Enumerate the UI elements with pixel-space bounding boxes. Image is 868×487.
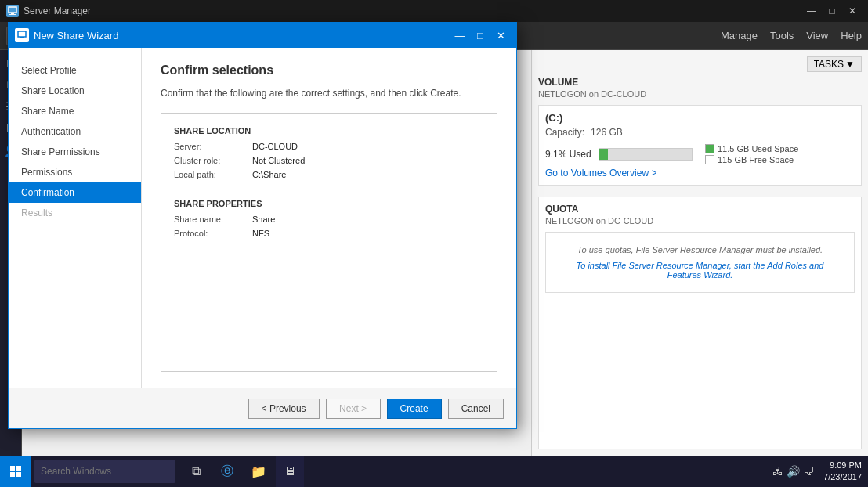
conf-cluster-label: Cluster role: xyxy=(174,156,252,165)
conf-sharename-label: Share name: xyxy=(174,215,252,224)
wizard-win-controls: — □ ✕ xyxy=(450,26,510,45)
volume-title: VOLUME xyxy=(538,77,862,88)
go-to-volumes-link[interactable]: Go to Volumes Overview > xyxy=(545,168,656,179)
conf-path-row: Local path: C:\Share xyxy=(174,170,484,179)
sm-tools-menu[interactable]: Tools xyxy=(770,30,794,41)
sm-app-icon xyxy=(6,5,19,17)
quota-install-link[interactable]: To install File Server Resource Manager,… xyxy=(559,261,841,280)
usage-bar-track xyxy=(599,148,693,161)
svg-rect-7 xyxy=(10,472,15,477)
taskbar: ⧉ ⓔ 📁 🖥 🖧 🔊 🗨 9:09 PM 7/23/2017 xyxy=(0,456,868,487)
volume-icon: 🔊 xyxy=(787,465,800,478)
svg-rect-6 xyxy=(16,466,21,471)
capacity-row: Capacity: 126 GB xyxy=(545,127,855,138)
sm-close-btn[interactable]: ✕ xyxy=(843,3,862,19)
wizard-nav-share-name[interactable]: Share Name xyxy=(9,101,141,121)
taskbar-clock[interactable]: 9:09 PM 7/23/2017 xyxy=(823,460,862,484)
conf-sharename-value: Share xyxy=(252,215,275,224)
taskbar-server-manager-icon[interactable]: 🖥 xyxy=(276,456,304,487)
wizard-titlebar: New Share Wizard — □ ✕ xyxy=(9,23,516,48)
conf-server-value: DC-CLOUD xyxy=(252,142,298,151)
tasks-label: TASKS xyxy=(814,59,844,70)
sm-right-panel: TASKS ▼ VOLUME NETLOGON on DC-CLOUD (C:)… xyxy=(531,50,868,456)
wizard-nav-permissions[interactable]: Permissions xyxy=(9,162,141,182)
quota-section: QUOTA NETLOGON on DC-CLOUD To use quotas… xyxy=(538,197,862,449)
wizard-title: New Share Wizard xyxy=(34,30,446,41)
volume-subtitle: NETLOGON on DC-CLOUD xyxy=(538,89,862,99)
start-button[interactable] xyxy=(0,456,31,487)
svg-rect-2 xyxy=(9,14,16,15)
wizard-close-btn[interactable]: ✕ xyxy=(491,26,510,45)
svg-rect-8 xyxy=(16,472,21,477)
wizard-minimize-btn[interactable]: — xyxy=(450,26,469,45)
wizard-title-icon xyxy=(15,28,29,42)
quota-title: QUOTA xyxy=(545,204,855,215)
conf-server-row: Server: DC-CLOUD xyxy=(174,142,484,151)
wizard-dialog: New Share Wizard — □ ✕ Select Profile Sh… xyxy=(8,22,517,429)
quota-subtitle: NETLOGON on DC-CLOUD xyxy=(545,216,855,225)
conf-path-label: Local path: xyxy=(174,170,252,179)
sm-toolbar-menu: Manage Tools View Help xyxy=(721,30,862,41)
taskbar-time-display: 9:09 PM xyxy=(823,460,862,471)
wizard-nav-confirmation[interactable]: Confirmation xyxy=(9,182,141,203)
taskbar-right: 🖧 🔊 🗨 9:09 PM 7/23/2017 xyxy=(772,460,868,484)
conf-divider xyxy=(174,189,484,189)
conf-cluster-value: Not Clustered xyxy=(252,156,305,165)
wizard-nav-share-permissions[interactable]: Share Permissions xyxy=(9,142,141,162)
create-button[interactable]: Create xyxy=(387,399,442,419)
wizard-body: Select Profile Share Location Share Name… xyxy=(9,48,516,388)
conf-server-label: Server: xyxy=(174,142,252,151)
sm-window-controls: — □ ✕ xyxy=(802,3,862,19)
taskbar-search-input[interactable] xyxy=(34,460,175,483)
used-space-label: 11.5 GB Used Space xyxy=(718,144,798,153)
usage-bar-fill xyxy=(599,149,608,160)
wizard-nav-results: Results xyxy=(9,203,141,223)
taskbar-task-view-btn[interactable]: ⧉ xyxy=(182,456,210,487)
wizard-nav-share-location[interactable]: Share Location xyxy=(9,81,141,101)
next-button[interactable]: Next > xyxy=(326,399,381,419)
sm-maximize-btn[interactable]: □ xyxy=(823,3,841,19)
wizard-maximize-btn[interactable]: □ xyxy=(471,26,490,45)
wizard-description: Confirm that the following are the corre… xyxy=(161,87,497,100)
taskbar-explorer-icon[interactable]: 📁 xyxy=(244,456,273,487)
sm-help-menu[interactable]: Help xyxy=(841,30,862,41)
used-space-legend: 11.5 GB Used Space xyxy=(705,144,798,153)
tasks-row: TASKS ▼ xyxy=(538,56,862,72)
tasks-arrow: ▼ xyxy=(845,59,855,70)
volume-drive: (C:) xyxy=(545,112,855,124)
conf-cluster-row: Cluster role: Not Clustered xyxy=(174,156,484,165)
used-space-color xyxy=(705,144,714,153)
wizard-nav: Select Profile Share Location Share Name… xyxy=(9,48,142,388)
conf-protocol-label: Protocol: xyxy=(174,229,252,238)
sm-minimize-btn[interactable]: — xyxy=(802,3,821,19)
sm-view-menu[interactable]: View xyxy=(806,30,828,41)
taskbar-date-display: 7/23/2017 xyxy=(823,471,862,483)
taskbar-edge-icon[interactable]: ⓔ xyxy=(213,456,241,487)
tasks-button[interactable]: TASKS ▼ xyxy=(807,56,862,72)
conf-protocol-row: Protocol: NFS xyxy=(174,229,484,238)
wizard-footer: < Previous Next > Create Cancel xyxy=(9,388,516,428)
action-center-icon: 🗨 xyxy=(803,465,814,478)
conf-path-value: C:\Share xyxy=(252,170,286,179)
wizard-nav-authentication[interactable]: Authentication xyxy=(9,121,141,142)
sm-title: Server Manager xyxy=(24,5,797,16)
taskbar-pinned-icons: ⧉ ⓔ 📁 🖥 xyxy=(182,456,304,487)
share-properties-section-title: SHARE PROPERTIES xyxy=(174,199,484,208)
wizard-page-title: Confirm selections xyxy=(161,63,497,78)
svg-rect-4 xyxy=(20,37,24,38)
usage-bar-container: 9.1% Used 11.5 GB Used Space 115 GB Free… xyxy=(545,144,855,164)
wizard-nav-select-profile[interactable]: Select Profile xyxy=(9,60,141,81)
free-space-legend: 115 GB Free Space xyxy=(705,155,798,164)
conf-protocol-value: NFS xyxy=(252,229,269,238)
free-space-label: 115 GB Free Space xyxy=(718,155,794,164)
confirmation-box: SHARE LOCATION Server: DC-CLOUD Cluster … xyxy=(161,113,497,372)
sm-manage-menu[interactable]: Manage xyxy=(721,30,758,41)
capacity-label: Capacity: xyxy=(545,127,584,138)
capacity-value: 126 GB xyxy=(591,127,623,138)
usage-percent: 9.1% Used xyxy=(545,149,592,160)
previous-button[interactable]: < Previous xyxy=(248,399,320,419)
volume-box: (C:) Capacity: 126 GB 9.1% Used 11.5 GB … xyxy=(538,105,862,186)
sm-titlebar: Server Manager — □ ✕ xyxy=(0,0,868,22)
cancel-button[interactable]: Cancel xyxy=(448,399,504,419)
share-location-section-title: SHARE LOCATION xyxy=(174,126,484,135)
